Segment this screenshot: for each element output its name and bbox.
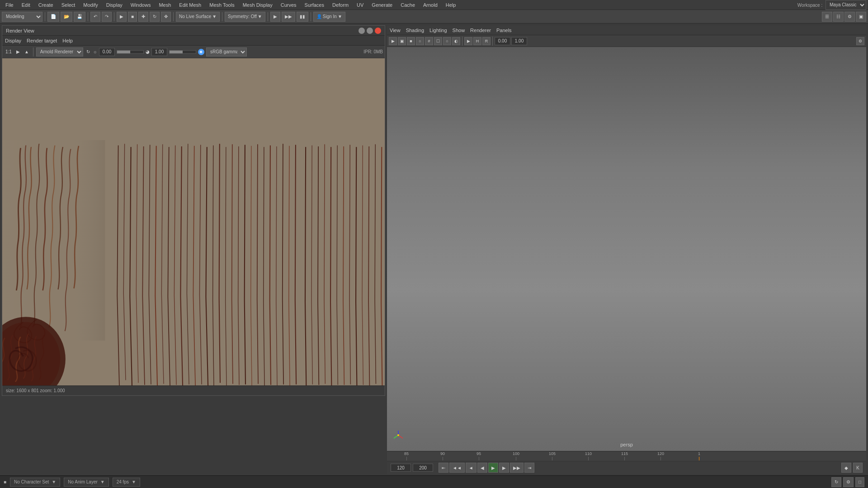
snap-btn[interactable]: ▲: [23, 47, 30, 56]
menu-deform[interactable]: Deform: [329, 1, 352, 9]
separator-3: [114, 12, 114, 21]
render-menu-help[interactable]: Help: [62, 38, 73, 43]
rotate-tool-btn[interactable]: ↻: [150, 12, 160, 22]
pause-btn[interactable]: ▮▮: [297, 12, 308, 22]
menu-mesh-display[interactable]: Mesh Display: [239, 1, 276, 9]
timeline: 85 90 95 100: [387, 451, 866, 474]
vp-resolution-btn[interactable]: R: [482, 37, 491, 45]
expand-btn[interactable]: □: [855, 477, 864, 487]
vp-menu-panels[interactable]: Panels: [496, 28, 512, 33]
ratio-btn[interactable]: 1:1: [4, 47, 13, 56]
colorspace-dropdown[interactable]: sRGB gamma: [206, 47, 247, 56]
vp-shadow-btn[interactable]: ◐: [452, 37, 460, 45]
prev-keyframe-btn[interactable]: ◄◄: [449, 463, 465, 473]
sign-in-btn[interactable]: 👤 Sign In ▼: [313, 12, 345, 22]
vp-grid-btn[interactable]: #: [425, 37, 433, 45]
menu-select[interactable]: Select: [58, 1, 79, 9]
vp-settings-btn[interactable]: ⚙: [856, 37, 864, 45]
menu-uv[interactable]: UV: [353, 1, 367, 9]
vp-render-mode-btn[interactable]: ▶: [464, 37, 472, 45]
open-btn[interactable]: 📂: [61, 12, 72, 22]
goto-end-btn[interactable]: ⇥: [524, 463, 534, 473]
symmetry-btn[interactable]: Symmetry: Off ▼: [225, 12, 265, 22]
render-menu-display[interactable]: Display: [5, 38, 21, 43]
vp-menu-renderer[interactable]: Renderer: [470, 28, 491, 33]
exposure-input[interactable]: [99, 48, 115, 56]
menu-display[interactable]: Display: [103, 1, 126, 9]
vp-menu-lighting[interactable]: Lighting: [429, 28, 447, 33]
render-seq-btn[interactable]: ▶▶: [282, 12, 295, 22]
viewport-canvas[interactable]: persp: [387, 47, 866, 451]
workspace-dropdown[interactable]: Maya Classic: [826, 0, 866, 10]
menu-edit[interactable]: Edit: [18, 1, 34, 9]
menu-file[interactable]: File: [2, 1, 17, 9]
window-minimize-btn[interactable]: [359, 28, 365, 34]
select-tool-btn[interactable]: ▶: [117, 12, 127, 22]
vp-isolate-btn[interactable]: ○: [416, 37, 424, 45]
save-btn[interactable]: 💾: [74, 12, 85, 22]
scale-tool-btn[interactable]: ✥: [161, 12, 171, 22]
vp-camera-btn[interactable]: ☐: [434, 37, 442, 45]
menu-cache[interactable]: Cache: [397, 1, 419, 9]
step-fwd-btn[interactable]: ▶: [499, 463, 509, 473]
vp-select-camera-btn[interactable]: ▶: [389, 37, 397, 45]
vp-smooth-btn[interactable]: ■: [407, 37, 415, 45]
anim-layer-dropdown[interactable]: No Anim Layer ▼: [64, 478, 109, 487]
chevron-down-icon-cs: ▼: [52, 479, 56, 484]
tick-95: 95: [476, 451, 481, 460]
menu-generate[interactable]: Generate: [368, 1, 396, 9]
window-maximize-btn[interactable]: [367, 28, 373, 34]
goto-start-btn[interactable]: ⇤: [439, 463, 448, 473]
tool-settings-btn[interactable]: ⚙: [844, 12, 855, 22]
vp-wireframe-btn[interactable]: ▣: [398, 37, 406, 45]
vp-hud-btn[interactable]: H: [473, 37, 481, 45]
undo-btn[interactable]: ↶: [90, 12, 100, 22]
lasso-tool-btn[interactable]: ■: [128, 12, 137, 22]
play-fwd-btn[interactable]: ▶: [488, 463, 498, 473]
mode-dropdown[interactable]: Modeling: [2, 12, 42, 22]
end-frame-input[interactable]: [413, 464, 433, 472]
next-keyframe-btn[interactable]: ▶▶: [510, 463, 524, 473]
exposure-slider-track: [117, 50, 144, 54]
channel-box-btn[interactable]: ☰: [822, 12, 832, 22]
vp-menu-view[interactable]: View: [390, 28, 401, 33]
menu-mesh[interactable]: Mesh: [155, 1, 175, 9]
refresh-btn[interactable]: ↻: [831, 477, 841, 487]
menu-create[interactable]: Create: [35, 1, 57, 9]
window-close-btn[interactable]: [375, 28, 381, 34]
outliner-btn[interactable]: ▣: [856, 12, 866, 22]
menu-mesh-tools[interactable]: Mesh Tools: [206, 1, 238, 9]
viewport-toolbar: ▶ ▣ ■ ○ # ☐ ○ ◐ ▶ H R ⚙: [387, 35, 866, 47]
key-btn[interactable]: K: [853, 463, 863, 473]
menu-surfaces[interactable]: Surfaces: [301, 1, 328, 9]
step-back-btn[interactable]: ◄: [466, 463, 476, 473]
gamma-input[interactable]: [151, 48, 167, 56]
new-scene-btn[interactable]: 📄: [47, 12, 59, 22]
menu-edit-mesh[interactable]: Edit Mesh: [175, 1, 205, 9]
preferences-btn[interactable]: ⚙: [843, 477, 854, 487]
vp-exposure-input[interactable]: [495, 37, 510, 45]
character-set-dropdown[interactable]: No Character Set ▼: [10, 478, 60, 487]
menu-curves[interactable]: Curves: [277, 1, 300, 9]
attr-editor-btn[interactable]: ☷: [833, 12, 844, 22]
menu-help[interactable]: Help: [442, 1, 460, 9]
render-icons-btn[interactable]: ▶: [15, 47, 21, 56]
fps-dropdown[interactable]: 24 fps ▼: [113, 478, 140, 487]
refresh-render-btn[interactable]: ↻: [85, 47, 91, 56]
menu-arnold[interactable]: Arnold: [420, 1, 441, 9]
render-menu-target[interactable]: Render target: [27, 38, 57, 43]
vp-menu-shading[interactable]: Shading: [406, 28, 424, 33]
move-tool-btn[interactable]: ✚: [138, 12, 148, 22]
render-btn[interactable]: ▶: [270, 12, 280, 22]
vp-menu-show[interactable]: Show: [453, 28, 465, 33]
renderer-dropdown[interactable]: Arnold Renderer: [36, 47, 83, 56]
menu-modify[interactable]: Modify: [80, 1, 101, 9]
play-back-btn[interactable]: ◀: [477, 463, 487, 473]
start-frame-input[interactable]: [391, 464, 411, 472]
key-all-btn[interactable]: ◆: [841, 463, 851, 473]
vp-gamma-input[interactable]: [511, 37, 527, 45]
menu-windows[interactable]: Windows: [127, 1, 155, 9]
redo-btn[interactable]: ↷: [102, 12, 112, 22]
vp-light-btn[interactable]: ○: [443, 37, 451, 45]
live-surface-btn[interactable]: No Live Surface ▼: [176, 12, 220, 22]
